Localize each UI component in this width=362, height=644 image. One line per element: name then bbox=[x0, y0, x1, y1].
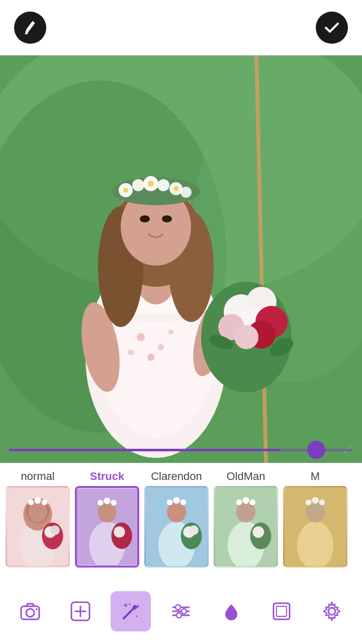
svg-point-57 bbox=[50, 525, 60, 535]
bottom-toolbar bbox=[0, 579, 362, 644]
brush-button[interactable] bbox=[14, 12, 46, 44]
svg-point-100 bbox=[129, 603, 131, 605]
filter-thumb-m bbox=[283, 486, 347, 568]
svg-point-86 bbox=[306, 500, 311, 505]
magic-wand-tool-button[interactable] bbox=[111, 591, 151, 631]
svg-point-79 bbox=[242, 497, 249, 504]
brush-tool-button[interactable] bbox=[211, 591, 251, 631]
svg-point-61 bbox=[98, 500, 103, 506]
svg-point-30 bbox=[180, 187, 192, 198]
filter-label-normal: normal bbox=[21, 470, 54, 483]
filter-label-struck: Struck bbox=[90, 470, 124, 483]
svg-point-54 bbox=[42, 500, 47, 505]
filter-thumb-struck bbox=[75, 486, 139, 568]
svg-point-62 bbox=[104, 498, 110, 504]
svg-point-88 bbox=[319, 500, 325, 505]
filter-thumb-clarendon bbox=[144, 486, 209, 568]
svg-point-82 bbox=[252, 526, 264, 538]
svg-point-53 bbox=[34, 497, 41, 504]
photo-canvas: ✓ bbox=[0, 55, 362, 463]
svg-point-69 bbox=[167, 500, 172, 505]
slider-thumb[interactable] bbox=[307, 441, 325, 459]
svg-point-23 bbox=[162, 215, 172, 222]
svg-point-8 bbox=[158, 344, 164, 350]
filter-label-oldman: OldMan bbox=[226, 470, 265, 483]
adjust-tool-button[interactable] bbox=[161, 591, 201, 631]
svg-point-70 bbox=[173, 497, 179, 504]
svg-point-91 bbox=[36, 608, 38, 610]
settings-tool-button[interactable] bbox=[312, 591, 352, 631]
filter-label-clarendon: Clarendon bbox=[151, 470, 202, 483]
svg-line-95 bbox=[124, 608, 134, 618]
svg-point-31 bbox=[123, 188, 128, 193]
svg-point-87 bbox=[312, 497, 318, 504]
svg-point-10 bbox=[168, 330, 173, 335]
svg-point-65 bbox=[114, 526, 125, 538]
filter-item-m[interactable]: M bbox=[283, 470, 348, 568]
svg-point-26 bbox=[132, 179, 144, 191]
svg-point-105 bbox=[182, 609, 187, 614]
svg-point-97 bbox=[124, 604, 127, 607]
svg-point-22 bbox=[140, 215, 150, 222]
frame-tool-button[interactable] bbox=[261, 591, 302, 631]
intensity-slider[interactable] bbox=[0, 437, 362, 463]
svg-rect-108 bbox=[277, 606, 287, 616]
svg-point-11 bbox=[128, 349, 134, 355]
svg-point-104 bbox=[175, 605, 180, 610]
svg-point-109 bbox=[328, 608, 335, 615]
svg-point-99 bbox=[137, 605, 139, 608]
svg-point-32 bbox=[148, 181, 154, 187]
svg-point-71 bbox=[180, 500, 186, 505]
svg-point-63 bbox=[111, 500, 117, 506]
svg-point-80 bbox=[250, 500, 255, 505]
filter-item-normal[interactable]: normal bbox=[5, 470, 70, 568]
camera-tool-button[interactable] bbox=[10, 591, 50, 631]
svg-point-74 bbox=[189, 525, 199, 535]
svg-point-90 bbox=[26, 609, 34, 617]
svg-point-41 bbox=[234, 325, 258, 349]
svg-rect-107 bbox=[274, 603, 290, 619]
add-tool-button[interactable] bbox=[60, 591, 101, 631]
top-bar bbox=[0, 0, 362, 55]
filter-strip: normal Struck bbox=[0, 463, 362, 579]
filter-item-oldman[interactable]: OldMan bbox=[213, 470, 279, 568]
svg-point-33 bbox=[173, 186, 178, 191]
filter-thumb-oldman bbox=[214, 486, 278, 568]
svg-point-98 bbox=[136, 615, 138, 617]
filter-label-m: M bbox=[311, 470, 320, 483]
filter-thumb-normal bbox=[6, 486, 70, 568]
svg-point-106 bbox=[176, 613, 182, 618]
filter-item-clarendon[interactable]: Clarendon bbox=[144, 470, 209, 568]
confirm-button[interactable] bbox=[316, 12, 348, 44]
filter-item-struck[interactable]: Struck bbox=[74, 470, 140, 568]
svg-point-9 bbox=[147, 354, 154, 361]
svg-point-78 bbox=[236, 500, 242, 505]
svg-point-28 bbox=[157, 179, 169, 191]
svg-point-52 bbox=[28, 500, 34, 505]
svg-point-7 bbox=[137, 333, 145, 341]
